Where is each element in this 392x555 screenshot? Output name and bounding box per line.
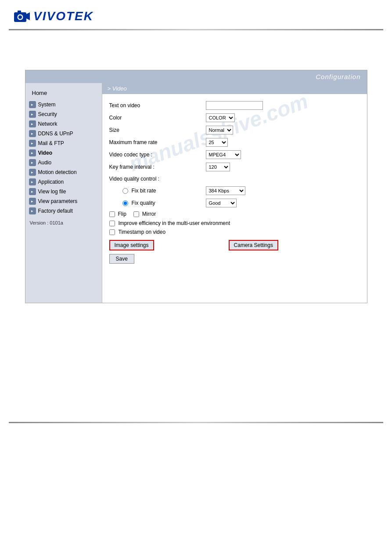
camera-settings-button[interactable]: Camera Settings: [229, 240, 278, 250]
timestamp-row: Timestamp on video: [109, 228, 360, 236]
video-content: manualsshive.com Text on video Colo: [102, 94, 367, 271]
text-on-video-control: [206, 101, 360, 110]
keyframe-select[interactable]: 120 60 30: [206, 163, 230, 171]
fix-quality-radio[interactable]: [122, 200, 128, 206]
text-on-video-row: Text on video: [109, 99, 360, 112]
svg-point-2: [18, 15, 22, 19]
logo-camera-icon: [13, 8, 31, 25]
fix-bitrate-label: Fix bit rate: [132, 188, 156, 194]
size-label: Size: [109, 127, 206, 133]
codec-select[interactable]: MPEG4 MJPEG: [206, 150, 241, 159]
sidebar: Home System Security Network: [25, 83, 102, 303]
brand-name: VIVOTEK: [33, 9, 94, 23]
quality-select[interactable]: Good Medium High: [206, 199, 237, 207]
color-control: COLOR B&W: [206, 113, 360, 122]
sidebar-bullet-audio: [29, 159, 36, 166]
text-on-video-input[interactable]: [206, 101, 263, 110]
sidebar-bullet-system: [29, 101, 36, 108]
video-title: > Video: [102, 83, 367, 94]
header: VIVOTEK: [0, 0, 392, 29]
sidebar-item-audio[interactable]: Audio: [25, 158, 102, 167]
config-header: Configuration: [25, 70, 367, 83]
size-control: Normal Large Small: [206, 126, 360, 134]
sidebar-bullet-viewparams: [29, 198, 36, 205]
main-panel: > Video manualsshive.com Text on video: [102, 83, 367, 303]
sidebar-bullet-ddns: [29, 130, 36, 137]
timestamp-label[interactable]: Timestamp on video: [109, 229, 360, 235]
sidebar-label-audio: Audio: [38, 160, 98, 166]
fix-bitrate-row: Fix bit rate 384 Kbps 512 Kbps 256 Kbps: [109, 185, 360, 197]
fix-bitrate-spacer: Fix bit rate: [109, 188, 206, 194]
save-button[interactable]: Save: [109, 254, 134, 264]
sidebar-item-viewparams[interactable]: View parameters: [25, 196, 102, 206]
sidebar-item-viewlog[interactable]: View log file: [25, 187, 102, 196]
codec-label: Video codec type :: [109, 152, 206, 158]
efficiency-checkbox[interactable]: [109, 221, 115, 226]
sidebar-item-factory[interactable]: Factory default: [25, 206, 102, 216]
button-row: Image settings Camera Settings: [109, 236, 360, 252]
video-form: Text on video Color COLOR B&W: [109, 99, 360, 265]
save-row: Save: [109, 252, 360, 265]
fix-bitrate-radio[interactable]: [122, 188, 128, 194]
mirror-label[interactable]: Mirror: [133, 211, 156, 217]
sidebar-label-mail: Mail & FTP: [38, 140, 98, 146]
sidebar-item-system[interactable]: System: [25, 100, 102, 109]
sidebar-item-application[interactable]: Application: [25, 177, 102, 187]
color-row: Color COLOR B&W: [109, 112, 360, 124]
sidebar-item-security[interactable]: Security: [25, 109, 102, 119]
page-body: Configuration Home System Security: [0, 30, 392, 413]
bottom-divider: [9, 422, 383, 423]
content-layout: Home System Security Network: [25, 83, 367, 303]
timestamp-checkbox[interactable]: [109, 229, 115, 235]
quality-select-control: Good Medium High: [206, 199, 360, 207]
keyframe-control: 120 60 30: [206, 163, 360, 171]
sidebar-label-viewlog: View log file: [38, 189, 98, 195]
sidebar-bullet-security: [29, 111, 36, 118]
sidebar-bullet-mail: [29, 140, 36, 147]
quality-control-label: Video quality control :: [109, 176, 206, 182]
version-label: Version : 0101a: [25, 216, 102, 225]
frame-rate-select[interactable]: 25 15 10 5 1: [206, 138, 228, 147]
fix-quality-row: Fix quality Good Medium High: [109, 197, 360, 209]
svg-rect-3: [18, 11, 21, 13]
bitrate-select-control: 384 Kbps 512 Kbps 256 Kbps: [206, 186, 360, 195]
sidebar-bullet-video: [29, 149, 36, 156]
sidebar-label-security: Security: [38, 111, 98, 117]
sidebar-item-home[interactable]: Home: [25, 87, 102, 100]
sidebar-label-factory: Factory default: [38, 208, 98, 214]
sidebar-label-network: Network: [38, 121, 98, 127]
sidebar-bullet-factory: [29, 207, 36, 214]
size-select[interactable]: Normal Large Small: [206, 126, 233, 134]
keyframe-row: Key frame interval : 120 60 30: [109, 161, 360, 173]
sidebar-label-motion: Motion detection: [38, 169, 98, 175]
logo: VIVOTEK: [13, 8, 379, 25]
sidebar-item-network[interactable]: Network: [25, 119, 102, 129]
flip-label[interactable]: Flip: [109, 211, 126, 217]
sidebar-label-viewparams: View parameters: [38, 198, 98, 204]
sidebar-item-video[interactable]: Video: [25, 148, 102, 158]
sidebar-bullet-motion: [29, 169, 36, 176]
sidebar-label-ddns: DDNS & UPnP: [38, 131, 98, 137]
efficiency-label[interactable]: Improve efficiency in the multi-user env…: [109, 220, 360, 226]
sidebar-item-mail[interactable]: Mail & FTP: [25, 138, 102, 148]
sidebar-bullet-network: [29, 120, 36, 127]
quality-control-row: Video quality control :: [109, 173, 360, 185]
codec-control: MPEG4 MJPEG: [206, 150, 360, 159]
fix-quality-spacer: Fix quality: [109, 200, 206, 206]
flip-mirror-row: Flip Mirror: [109, 209, 360, 219]
image-settings-button[interactable]: Image settings: [109, 240, 154, 250]
sidebar-label-application: Application: [38, 179, 98, 185]
sidebar-label-video: Video: [38, 150, 98, 156]
color-select[interactable]: COLOR B&W: [206, 113, 235, 122]
mirror-checkbox[interactable]: [133, 211, 139, 217]
bitrate-select[interactable]: 384 Kbps 512 Kbps 256 Kbps: [206, 186, 245, 195]
flip-checkbox[interactable]: [109, 211, 115, 217]
sidebar-bullet-viewlog: [29, 188, 36, 195]
frame-rate-control: 25 15 10 5 1: [206, 138, 360, 147]
efficiency-row: Improve efficiency in the multi-user env…: [109, 219, 360, 228]
codec-row: Video codec type : MPEG4 MJPEG: [109, 149, 360, 161]
frame-rate-row: Maximum frame rate 25 15 10 5 1: [109, 136, 360, 149]
sidebar-item-ddns[interactable]: DDNS & UPnP: [25, 129, 102, 138]
sidebar-item-motion[interactable]: Motion detection: [25, 167, 102, 177]
fix-quality-label: Fix quality: [132, 200, 155, 206]
